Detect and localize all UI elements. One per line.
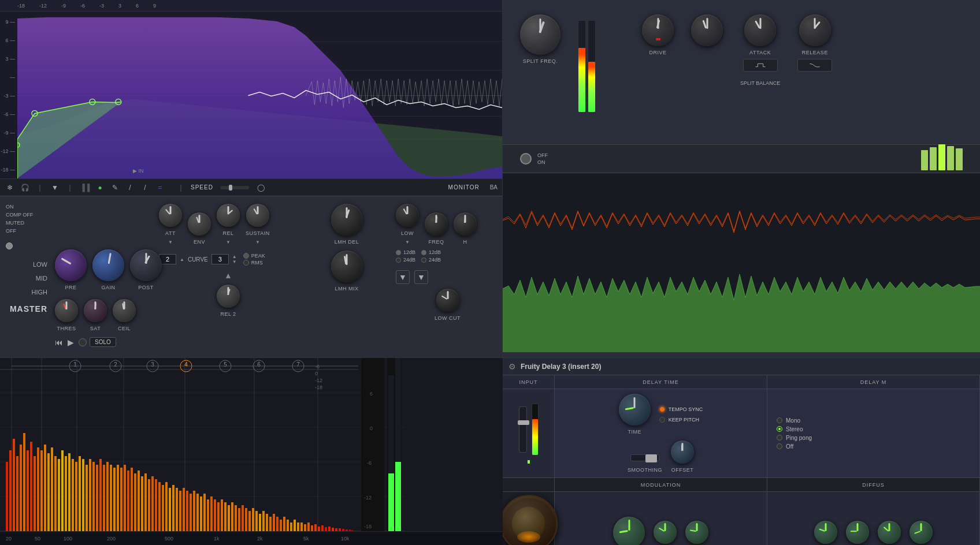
diff-knob-2[interactable] [846, 521, 869, 544]
down-arrow-2[interactable]: ▼ [414, 270, 428, 284]
circle-icon[interactable]: ◯ [256, 182, 266, 193]
diff-knob-4[interactable] [910, 521, 933, 544]
svg-text:3: 3 [151, 361, 154, 368]
offset-knob[interactable] [671, 441, 694, 464]
tempo-sync-led[interactable] [659, 406, 665, 412]
off-option[interactable]: Off [777, 443, 812, 450]
mod-knob-2[interactable] [654, 521, 677, 544]
attack-knob[interactable] [744, 14, 776, 46]
keep-pitch-led[interactable] [659, 417, 665, 423]
solo-dot[interactable] [79, 338, 87, 346]
curve-up-arrow[interactable]: ▲ [232, 254, 237, 259]
svg-text:20: 20 [6, 536, 12, 542]
lmhdel-knob[interactable] [331, 204, 363, 236]
attack-wave-btn[interactable] [743, 59, 778, 72]
freq-knob[interactable] [425, 212, 448, 236]
rel-knob[interactable] [217, 204, 240, 227]
comp-off-status: COMP OFF [6, 212, 52, 218]
curve-value[interactable]: 3 [211, 254, 229, 264]
drive-knob[interactable] [642, 14, 674, 46]
svg-rect-57 [151, 476, 154, 531]
pingpong-radio[interactable] [777, 435, 782, 441]
ba-label: BA [490, 184, 498, 191]
lowcut-knob[interactable] [436, 289, 459, 312]
att-knob[interactable] [159, 204, 182, 227]
off-mode-label: Off [786, 443, 793, 450]
on-off-toggle[interactable] [520, 153, 532, 165]
release-wave-btn[interactable] [797, 59, 832, 72]
headphone-icon[interactable]: 🎧 [20, 182, 30, 193]
post-knob[interactable] [130, 249, 162, 281]
speed-label: SPEED [191, 184, 213, 191]
h-label: H [463, 239, 467, 245]
ceil-knob[interactable] [113, 299, 136, 322]
off-item: OFF [537, 152, 548, 158]
sat-knob[interactable] [84, 299, 107, 322]
input-meter [532, 404, 539, 456]
mod-knob-3[interactable] [685, 521, 708, 544]
gain-knob[interactable] [92, 249, 124, 281]
stereo-radio[interactable] [777, 426, 782, 432]
play-btn[interactable]: ▶ [68, 338, 74, 347]
play-icon[interactable]: ▐▐ [80, 182, 90, 193]
down-arrow-1[interactable]: ▼ [396, 270, 410, 284]
rms-radio[interactable] [243, 260, 249, 266]
slash-icon[interactable]: / [125, 182, 135, 193]
rel2-knob[interactable] [217, 285, 240, 308]
lmhmix-knob[interactable] [331, 251, 363, 282]
slash2-icon[interactable]: / [140, 182, 150, 193]
peak-radio[interactable] [243, 253, 249, 259]
input-slider[interactable] [519, 406, 527, 453]
svg-text:7: 7 [296, 361, 300, 368]
diff-knob-3[interactable] [878, 521, 901, 544]
h-knob[interactable] [454, 212, 477, 236]
12db-radio-left[interactable] [396, 250, 401, 255]
svg-rect-37 [82, 459, 84, 531]
snowflake-icon[interactable]: ❄ [5, 182, 15, 193]
tempo-sync-label: TEMPO SYNC [669, 406, 703, 412]
low-knob[interactable] [396, 204, 419, 227]
svg-rect-79 [228, 505, 230, 531]
comp-body: ON COMP OFF MUTED OFF LOW MID HIGH MASTE… [0, 196, 502, 357]
svg-rect-71 [200, 497, 202, 531]
split-freq-knob[interactable] [520, 14, 560, 55]
time-knob[interactable] [619, 394, 651, 425]
mono-option[interactable]: Mono [777, 417, 812, 424]
sustain-knob[interactable] [246, 204, 269, 227]
svg-rect-27 [47, 453, 50, 531]
equals-icon[interactable]: = [155, 182, 165, 193]
mono-radio[interactable] [777, 417, 782, 423]
pre-knob[interactable] [55, 249, 87, 281]
off-radio[interactable] [777, 443, 782, 449]
diff-knob-1[interactable] [814, 521, 837, 544]
12db-label-right: 12dB [429, 249, 441, 255]
env-knob[interactable] [188, 212, 211, 236]
12db-radio-right[interactable] [421, 250, 426, 255]
down-arrow-icon[interactable]: ▼ [50, 182, 60, 193]
up-arrow-btn[interactable]: ▲ [224, 271, 232, 280]
att-label: ATT [165, 230, 176, 236]
curve-down-arrow[interactable]: ▼ [232, 259, 237, 264]
solo-btn[interactable]: SOLO [90, 337, 116, 347]
pingpong-option[interactable]: Ping pong [777, 435, 812, 441]
pencil-icon[interactable]: ✎ [110, 182, 120, 193]
delay-mode-header-text: DELAY M [860, 379, 887, 385]
att-up-arrow[interactable]: ▲ [180, 257, 184, 262]
ceil-label: CEIL [118, 326, 131, 331]
inst-knob[interactable] [503, 495, 558, 545]
delay-time-header: DELAY TIME [555, 375, 767, 389]
rewind-btn[interactable]: ⏮ [55, 338, 63, 347]
extra-knob[interactable] [691, 14, 723, 46]
mod-knob-1[interactable] [613, 517, 645, 546]
svg-rect-97 [290, 522, 292, 531]
smoothing-thumb[interactable] [645, 454, 657, 462]
24db-radio-right[interactable] [421, 257, 426, 263]
stereo-option[interactable]: Stereo [777, 426, 812, 432]
muted-status: MUTED [6, 220, 52, 226]
release-knob[interactable] [799, 14, 831, 46]
attack-group: ATTACK [740, 14, 780, 72]
record-icon[interactable]: ● [95, 182, 105, 193]
24db-radio-left[interactable] [396, 257, 401, 263]
keep-pitch-item: KEEP PITCH [659, 417, 703, 423]
thres-knob[interactable] [55, 299, 78, 322]
